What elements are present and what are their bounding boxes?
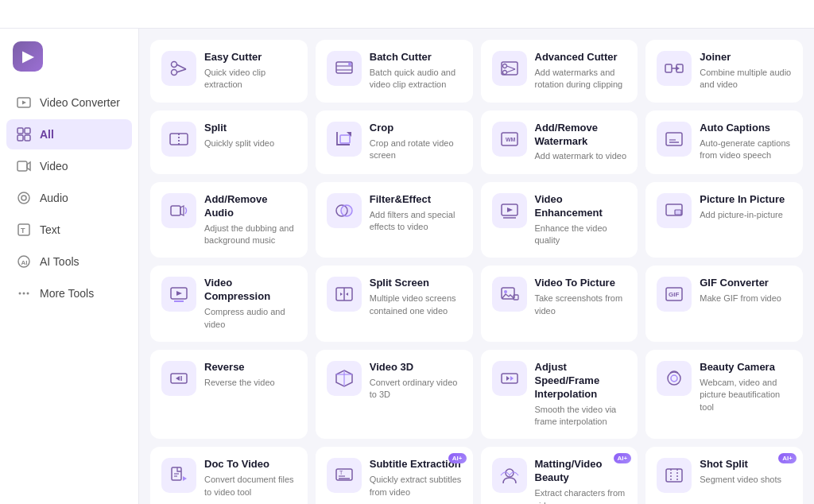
svg-marker-57 (346, 293, 348, 296)
adjust-speed-icon (492, 361, 527, 396)
subtitle-extraction-desc: Quickly extract subtitles from video (370, 474, 462, 498)
sidebar-item-video-converter[interactable]: Video Converter (6, 87, 132, 118)
tool-card-joiner[interactable]: Joiner Combine multiple audio and video (645, 40, 803, 103)
sidebar-nav: Video Converter All Video Audio T Text A… (0, 87, 138, 308)
video-3d-name: Video 3D (370, 361, 462, 374)
titlebar (0, 0, 814, 29)
sidebar-item-video[interactable]: Video (6, 151, 132, 181)
svg-rect-43 (171, 206, 180, 215)
video-to-picture-info: Video To Picture Take screenshots from v… (535, 277, 627, 317)
all-icon (16, 126, 32, 142)
app-logo: ▶ (0, 41, 138, 87)
svg-marker-77 (183, 476, 187, 481)
sidebar-item-audio[interactable]: Audio (6, 183, 132, 213)
tools-grid-wrapper[interactable]: Easy Cutter Quick video clip extraction … (139, 29, 814, 504)
video-enhancement-name: Video Enhancement (535, 193, 627, 220)
svg-rect-34 (170, 134, 188, 145)
svg-rect-6 (17, 161, 27, 171)
reverse-name: Reverse (204, 361, 297, 374)
split-screen-icon (327, 277, 362, 312)
auto-captions-info: Auto Captions Auto-generate captions fro… (700, 122, 792, 162)
tool-card-video-compression[interactable]: Video Compression Compress audio and vid… (150, 266, 308, 342)
adjust-speed-info: Adjust Speed/Frame Interpolation Smooth … (535, 361, 627, 428)
joiner-icon (657, 51, 692, 86)
close-button[interactable] (792, 8, 804, 21)
filter-effect-info: Filter&Effect Add filters and special ef… (370, 193, 462, 234)
video-3d-desc: Convert ordinary video to 3D (370, 377, 462, 401)
video-compression-info: Video Compression Compress audio and vid… (204, 277, 297, 331)
video-to-picture-name: Video To Picture (535, 277, 627, 290)
crop-name: Crop (370, 122, 462, 135)
sidebar-item-more-tools[interactable]: More Tools (6, 278, 132, 308)
shot-split-icon (657, 458, 692, 493)
sidebar-item-text[interactable]: T Text (6, 215, 132, 245)
tool-card-beauty-camera[interactable]: Beauty Camera Webcam, video and picture … (645, 350, 803, 439)
tool-card-add-remove-watermark[interactable]: WM Add/Remove Watermark Add watermark to… (481, 110, 638, 174)
split-screen-info: Split Screen Multiple video screens cont… (370, 277, 462, 317)
tool-card-advanced-cutter[interactable]: Advanced Cutter Add watermarks and rotat… (481, 40, 638, 103)
tool-card-split-screen[interactable]: Split Screen Multiple video screens cont… (316, 266, 473, 342)
doc-to-video-name: Doc To Video (204, 458, 297, 471)
tool-card-batch-cutter[interactable]: Batch Cutter Batch quick audio and video… (316, 40, 473, 103)
tool-card-picture-in-picture[interactable]: Picture In Picture Add picture-in-pictur… (645, 182, 803, 258)
tool-card-split[interactable]: Split Quickly split video (150, 110, 308, 174)
doc-to-video-info: Doc To Video Convert document files to v… (204, 458, 297, 498)
ai-tools-icon: AI (16, 254, 32, 269)
reverse-info: Reverse Reverse the video (204, 361, 297, 389)
auto-captions-desc: Auto-generate captions from video speech (700, 138, 792, 162)
svg-point-46 (341, 205, 352, 216)
sidebar-item-all[interactable]: All (6, 119, 132, 149)
tool-card-filter-effect[interactable]: Filter&Effect Add filters and special ef… (316, 182, 473, 258)
tool-card-crop[interactable]: Crop Crop and rotate video screen (316, 110, 473, 174)
tool-card-video-3d[interactable]: Video 3D Convert ordinary video to 3D (316, 350, 473, 439)
sidebar-label-ai-tools: AI Tools (40, 255, 79, 268)
svg-rect-30 (665, 64, 672, 72)
more-tools-icon (16, 285, 32, 301)
split-icon (161, 122, 196, 157)
tool-card-reverse[interactable]: Reverse Reverse the video (150, 350, 308, 439)
tool-card-shot-split[interactable]: Shot Split Segment video shots AI+ (645, 447, 803, 504)
tool-card-add-remove-audio[interactable]: Add/Remove Audio Adjust the dubbing and … (150, 182, 308, 258)
reverse-desc: Reverse the video (204, 377, 297, 389)
svg-marker-48 (507, 207, 513, 212)
sidebar-label-video-converter: Video Converter (40, 96, 120, 109)
tool-card-subtitle-extraction[interactable]: T Subtitle Extraction Quickly extract su… (316, 447, 473, 504)
shot-split-ai-badge: AI+ (778, 453, 797, 463)
text-icon: T (16, 222, 32, 238)
gif-converter-icon: GIF (657, 277, 692, 312)
svg-line-19 (176, 64, 186, 69)
svg-rect-40 (666, 133, 682, 145)
subtitle-extraction-name: Subtitle Extraction (370, 458, 462, 471)
svg-marker-56 (340, 293, 343, 296)
maximize-button[interactable] (768, 8, 781, 21)
advanced-cutter-info: Advanced Cutter Add watermarks and rotat… (535, 51, 627, 91)
tool-card-doc-to-video[interactable]: Doc To Video Convert document files to v… (150, 447, 308, 504)
svg-point-72 (668, 372, 680, 385)
tool-card-video-enhancement[interactable]: Video Enhancement Enhance the video qual… (481, 182, 638, 258)
matting-video-beauty-desc: Extract characters from video (535, 487, 627, 504)
tools-grid: Easy Cutter Quick video clip extraction … (150, 40, 803, 504)
beauty-camera-icon (657, 361, 692, 396)
tool-card-video-to-picture[interactable]: Video To Picture Take screenshots from v… (481, 266, 638, 342)
tool-card-easy-cutter[interactable]: Easy Cutter Quick video clip extraction (150, 40, 308, 103)
svg-marker-71 (510, 376, 514, 381)
crop-desc: Crop and rotate video screen (370, 138, 462, 162)
tool-card-adjust-speed[interactable]: Adjust Speed/Frame Interpolation Smooth … (481, 350, 638, 439)
svg-point-27 (502, 71, 506, 75)
easy-cutter-info: Easy Cutter Quick video clip extraction (204, 51, 297, 91)
video-compression-desc: Compress audio and video (204, 306, 297, 331)
tool-card-auto-captions[interactable]: Auto Captions Auto-generate captions fro… (645, 110, 803, 174)
svg-line-28 (506, 66, 515, 69)
gif-converter-info: GIF Converter Make GIF from video (700, 277, 792, 304)
tool-card-matting-video-beauty[interactable]: Matting/Video Beauty Extract characters … (481, 447, 638, 504)
svg-marker-64 (176, 376, 180, 381)
picture-in-picture-name: Picture In Picture (700, 193, 792, 207)
video-compression-icon (161, 277, 196, 312)
app-body: ▶ Video Converter All Video Audio T Text… (0, 29, 814, 504)
minimize-button[interactable] (744, 8, 757, 21)
sidebar: ▶ Video Converter All Video Audio T Text… (0, 29, 139, 504)
filter-effect-icon (327, 193, 362, 228)
add-remove-audio-desc: Adjust the dubbing and background music (204, 223, 297, 247)
sidebar-item-ai-tools[interactable]: AI AI Tools (6, 246, 132, 277)
tool-card-gif-converter[interactable]: GIF GIF Converter Make GIF from video (645, 266, 803, 342)
